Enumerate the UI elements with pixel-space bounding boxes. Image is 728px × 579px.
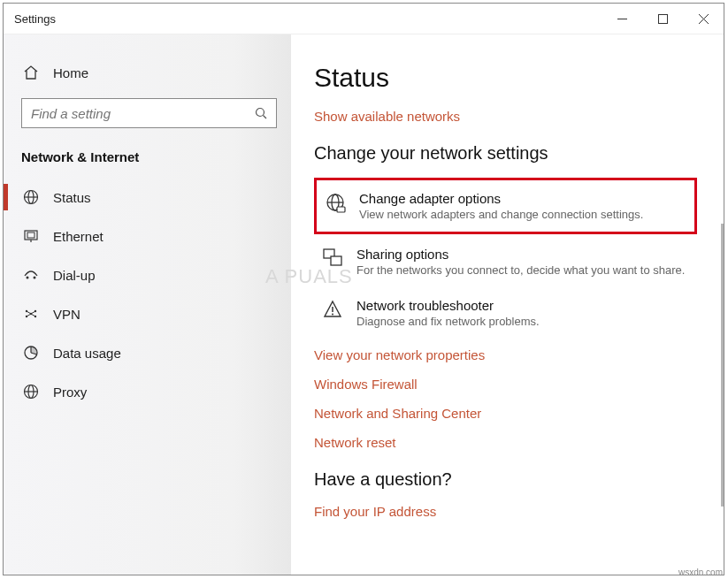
proxy-icon [21,384,41,400]
adapter-icon [324,191,347,214]
search-input[interactable] [31,106,255,121]
sharing-icon [321,247,344,270]
home-label: Home [53,65,88,80]
svg-point-36 [332,314,333,316]
svg-rect-10 [27,232,34,238]
svg-line-22 [31,314,35,316]
search-box[interactable] [21,98,277,128]
vpn-icon [21,306,41,322]
sidebar: Home Network & Internet Status Ether [4,34,291,575]
option-desc: View network adapters and change connect… [359,208,643,221]
main-panel: Status Show available networks Change yo… [291,34,724,575]
sidebar-item-status[interactable]: Status [4,180,291,214]
sidebar-item-datausage[interactable]: Data usage [4,336,291,369]
sidebar-item-label: Data usage [53,346,121,361]
svg-line-19 [27,311,31,314]
sidebar-item-label: Dial-up [53,268,96,283]
sidebar-item-dialup[interactable]: Dial-up [4,258,291,292]
svg-rect-1 [658,14,667,23]
svg-line-5 [264,116,267,119]
section-heading: Change your network settings [314,143,697,164]
svg-rect-34 [331,256,341,265]
settings-window: Settings Home [3,3,724,575]
svg-point-12 [27,277,29,279]
show-networks-link[interactable]: Show available networks [314,109,697,124]
sidebar-section-label: Network & Internet [4,144,291,173]
minimize-button[interactable] [602,4,642,34]
sidebar-item-ethernet[interactable]: Ethernet [4,219,291,253]
troubleshooter-icon [321,298,344,321]
svg-line-21 [27,314,31,316]
option-title: Change adapter options [359,191,643,206]
question-heading: Have a question? [314,469,697,490]
option-title: Network troubleshooter [356,298,540,313]
vertical-scrollbar[interactable] [721,224,724,507]
option-title: Sharing options [356,247,685,262]
globe-icon [21,189,41,205]
maximize-button[interactable] [642,4,683,34]
option-desc: For the networks you connect to, decide … [356,263,685,277]
sharing-options[interactable]: Sharing options For the networks you con… [314,236,697,287]
option-text: Change adapter options View network adap… [359,191,643,221]
home-icon [21,65,41,80]
window-title: Settings [14,12,56,26]
sidebar-item-label: Status [53,190,91,205]
svg-line-20 [31,311,35,314]
svg-point-4 [257,109,264,117]
search-icon [255,107,267,119]
option-desc: Diagnose and fix network problems. [356,315,540,328]
svg-rect-32 [337,207,345,212]
ethernet-icon [21,228,41,244]
links-group: View your network properties Windows Fir… [314,347,697,450]
network-troubleshooter[interactable]: Network troubleshooter Diagnose and fix … [314,287,697,339]
data-usage-icon [21,345,41,361]
change-adapter-options[interactable]: Change adapter options View network adap… [314,178,697,234]
dialup-icon [21,267,41,283]
windows-firewall-link[interactable]: Windows Firewall [314,377,697,392]
svg-point-13 [34,277,36,279]
option-text: Network troubleshooter Diagnose and fix … [356,298,540,328]
sidebar-item-proxy[interactable]: Proxy [4,375,291,408]
find-ip-link[interactable]: Find your IP address [314,504,697,519]
titlebar: Settings [4,4,724,34]
network-reset-link[interactable]: Network reset [314,435,697,450]
page-title: Status [314,63,697,93]
close-button[interactable] [683,4,724,34]
sidebar-item-label: VPN [53,307,80,322]
sidebar-item-label: Proxy [53,385,87,400]
sharing-center-link[interactable]: Network and Sharing Center [314,406,697,421]
body: Home Network & Internet Status Ether [4,34,724,575]
sidebar-item-vpn[interactable]: VPN [4,297,291,331]
sidebar-item-label: Ethernet [53,229,103,244]
attribution: wsxdn.com [678,568,723,577]
view-properties-link[interactable]: View your network properties [314,347,697,362]
window-controls [602,4,724,34]
option-text: Sharing options For the networks you con… [356,247,685,277]
home-button[interactable]: Home [4,59,291,86]
